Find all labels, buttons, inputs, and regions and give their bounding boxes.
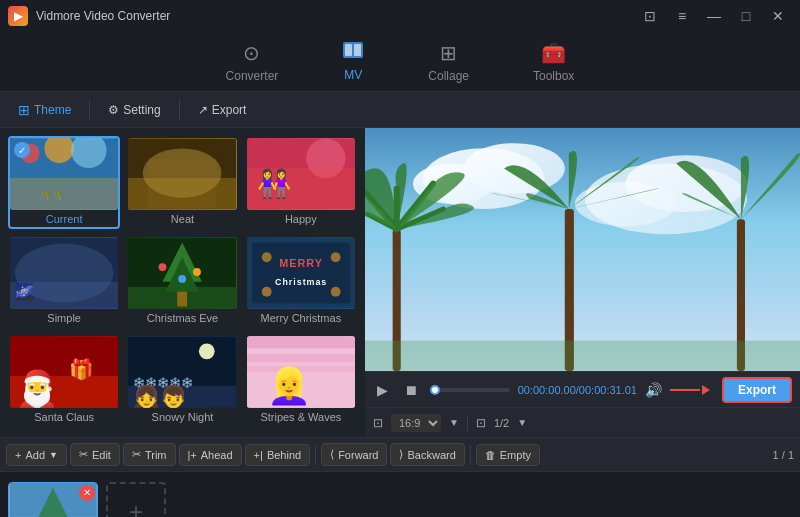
theme-label-happy: Happy [247,210,355,227]
empty-icon: 🗑 [485,449,496,461]
tab-converter[interactable]: ⊙ Converter [214,37,291,87]
titlebar-maximize-btn[interactable]: □ [732,6,760,26]
volume-icon[interactable]: 🔊 [645,382,662,398]
theme-grid: ✓ 🌴🌴 Current [8,136,357,427]
bottom-sep-2 [470,445,471,465]
svg-text:MERRY: MERRY [279,257,323,269]
preview-area [365,128,800,371]
theme-item-current[interactable]: ✓ 🌴🌴 Current [8,136,120,229]
svg-point-27 [193,268,201,276]
theme-grid-icon: ⊞ [18,102,30,118]
ratio-arrow[interactable]: ▼ [449,417,459,428]
trim-btn[interactable]: ✂ Trim [123,443,176,466]
svg-rect-48 [247,354,355,362]
svg-rect-25 [178,292,188,307]
empty-btn[interactable]: 🗑 Empty [476,444,540,466]
titlebar: ▶ Vidmore Video Converter ⊡ ≡ — □ ✕ [0,0,800,32]
theme-btn[interactable]: ⊞ Theme [8,98,81,122]
app-title: Vidmore Video Converter [36,9,170,23]
svg-text:🌌: 🌌 [15,282,35,301]
trim-label: Trim [145,449,167,461]
svg-point-34 [330,252,340,262]
forward-label: Forward [338,449,378,461]
tab-collage[interactable]: ⊞ Collage [416,37,481,87]
theme-item-merry-christmas[interactable]: MERRY Christmas Merry Christmas [245,235,357,328]
theme-item-christmas-eve[interactable]: Christmas Eve [126,235,238,328]
theme-label-stripes-waves: Stripes & Waves [247,408,355,425]
export-toolbar-btn[interactable]: ↗ Export [188,99,257,121]
setting-btn[interactable]: ⚙ Setting [98,99,170,121]
theme-label-neat: Neat [128,210,236,227]
backward-btn[interactable]: ⟩ Backward [390,443,464,466]
svg-rect-47 [247,337,355,349]
forward-btn[interactable]: ⟨ Forward [321,443,387,466]
clip-close-btn[interactable]: ✕ [79,485,95,501]
trim-icon: ✂ [132,448,141,461]
thumb-simple: 🌌 [10,237,118,309]
toolbar-sep-1 [89,100,90,120]
svg-point-43 [199,343,215,359]
svg-text:👱‍♀️: 👱‍♀️ [266,365,311,407]
thumb-happy: 👭 [247,138,355,210]
theme-label: Theme [34,103,71,117]
svg-rect-12 [148,158,217,207]
svg-point-36 [330,287,340,297]
tab-mv[interactable]: MV [330,37,376,86]
timeline-clip[interactable]: 🌴 ✕ ▶ 🔊 T [8,482,98,518]
left-panel: ✓ 🌴🌴 Current [0,128,365,437]
progress-bar[interactable] [430,388,510,392]
backward-icon: ⟩ [399,448,403,461]
titlebar-menu-btn[interactable]: ⊡ [636,6,664,26]
tab-toolbox-label: Toolbox [533,69,574,83]
add-clip-btn[interactable]: + [106,482,166,518]
export-btn[interactable]: Export [722,377,792,403]
thumb-merry: MERRY Christmas [247,237,355,309]
preview-content [365,128,800,371]
ahead-icon: |+ [188,449,197,461]
bottom-sep [315,445,316,465]
titlebar-hamburger-btn[interactable]: ≡ [668,6,696,26]
add-label: Add [25,449,45,461]
export-label: Export [212,103,247,117]
theme-item-neat[interactable]: Neat [126,136,238,229]
controls-bar: ▶ ⏹ 00:00:00.00/00:00:31.01 🔊 Export [365,371,800,407]
theme-label-merry-christmas: Merry Christmas [247,309,355,326]
edit-label: Edit [92,449,111,461]
theme-item-snowy-night[interactable]: ❄️❄️❄️❄️❄️ 👧👦 Snowy Night [126,334,238,427]
theme-item-stripes-waves[interactable]: 👱‍♀️ Stripes & Waves [245,334,357,427]
mv-icon [342,41,364,64]
theme-item-happy[interactable]: 👭 Happy [245,136,357,229]
ratio-icon: ⊡ [373,416,383,430]
theme-item-simple[interactable]: 🌌 Simple [8,235,120,328]
ratio-select[interactable]: 16:9 4:3 1:1 [391,414,441,432]
svg-text:🎅: 🎅 [15,368,60,408]
svg-rect-2 [354,44,361,56]
svg-rect-1 [345,44,352,56]
play-btn[interactable]: ▶ [373,378,392,402]
quality-arrow[interactable]: ▼ [517,417,527,428]
tab-toolbox[interactable]: 🧰 Toolbox [521,37,586,87]
ahead-label: Ahead [201,449,233,461]
app-icon: ▶ [8,6,28,26]
add-btn[interactable]: + Add ▼ [6,444,67,466]
svg-point-28 [179,275,187,283]
svg-point-35 [261,287,271,297]
main-content: ✓ 🌴🌴 Current [0,128,800,437]
behind-btn[interactable]: +| Behind [245,444,311,466]
titlebar-close-btn[interactable]: ✕ [764,6,792,26]
toolbar: ⊞ Theme ⚙ Setting ↗ Export [0,92,800,128]
collage-icon: ⊞ [440,41,457,65]
svg-text:Christmas: Christmas [275,277,327,287]
toolbox-icon: 🧰 [541,41,566,65]
titlebar-minimize-btn[interactable]: — [700,6,728,26]
stop-btn[interactable]: ⏹ [400,378,422,402]
edit-btn[interactable]: ✂ Edit [70,443,120,466]
thumb-stripes: 👱‍♀️ [247,336,355,408]
add-arrow: ▼ [49,450,58,460]
ahead-btn[interactable]: |+ Ahead [179,444,242,466]
svg-rect-66 [365,341,800,371]
theme-item-santa-claus[interactable]: 🎅 🎁 Santa Claus [8,334,120,427]
svg-point-26 [159,263,167,271]
toolbar-sep-2 [179,100,180,120]
add-clip-icon: + [129,498,143,518]
